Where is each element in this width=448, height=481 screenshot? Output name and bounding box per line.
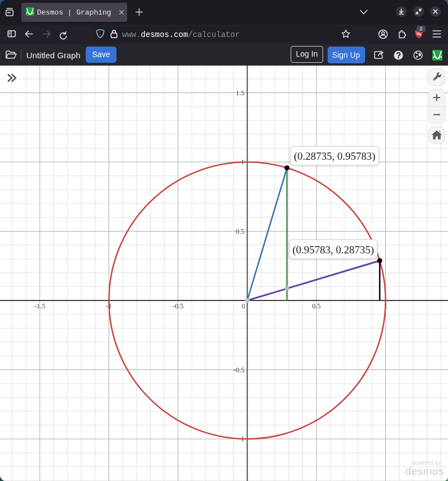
svg-text:1.5: 1.5 [236, 89, 245, 97]
svg-text:-0.5: -0.5 [234, 366, 245, 374]
svg-text:0: 0 [242, 302, 245, 310]
svg-text:0.5: 0.5 [312, 302, 321, 310]
svg-text:0.5: 0.5 [236, 228, 245, 235]
svg-text:-1.5: -1.5 [34, 302, 45, 310]
svg-text:-0.5: -0.5 [172, 302, 184, 310]
